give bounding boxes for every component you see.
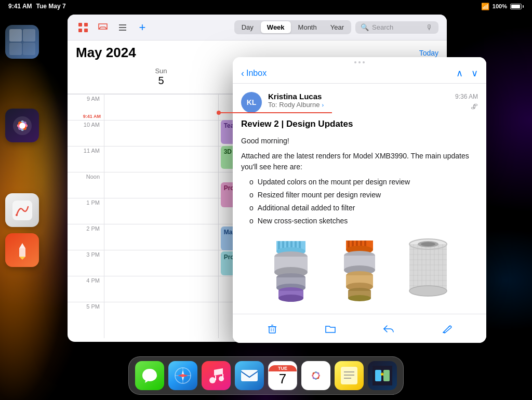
svg-rect-96 (241, 370, 258, 381)
sender-info: Kristina Lucas To: Rody Alburne › (268, 92, 449, 109)
calendar-day-sun: Sun 5 (104, 67, 218, 91)
time-5pm: 5 PM (68, 302, 104, 328)
dock-calendar[interactable]: TUE 7 (268, 361, 297, 390)
sidebar-app-files[interactable] (5, 25, 39, 59)
tab-day[interactable]: Day (235, 21, 260, 33)
mail-bottom-toolbar (233, 314, 486, 343)
mail-prev-button[interactable]: ∧ (456, 68, 463, 79)
mic-icon[interactable]: 🎙 (426, 23, 433, 32)
calendar-time-column: 9 AM 9:41 AM 10 AM 11 AM Noon 1 PM 2 PM … (68, 94, 104, 338)
status-date: Tue May 7 (36, 3, 66, 10)
tab-year[interactable]: Year (324, 21, 350, 33)
back-chevron-icon: ‹ (241, 68, 244, 79)
time-11am: 11 AM (68, 146, 104, 172)
mail-body: Good morning! Attached are the latest re… (241, 136, 478, 226)
time-9am: 9 AM (87, 96, 100, 102)
mail-to-field: To: Rody Alburne › (268, 101, 449, 109)
mail-timestamp: 9:36 AM (455, 93, 478, 100)
sender-name: Kristina Lucas (268, 92, 449, 101)
dock-arcade[interactable] (368, 361, 397, 390)
svg-point-56 (348, 295, 371, 301)
dock: TUE 7 (128, 356, 404, 395)
wifi-icon: 📶 (481, 3, 489, 10)
product-image-3 (397, 235, 459, 302)
dock-photos[interactable] (301, 361, 330, 390)
mail-folder-button[interactable] (319, 317, 342, 340)
tab-month[interactable]: Month (292, 21, 323, 33)
product-image-1 (260, 235, 322, 302)
sidebar-apps (0, 15, 55, 277)
calendar-col-sun (104, 94, 219, 338)
mail-intro: Attached are the latest renders for Mode… (241, 151, 478, 172)
calendar-add-icon[interactable]: + (135, 20, 150, 35)
product-image-2 (328, 235, 391, 302)
svg-point-106 (313, 373, 318, 378)
mail-inbox-label: Inbox (246, 69, 267, 78)
dock-calendar-day-num: 7 (279, 371, 286, 386)
mail-product-images (241, 235, 478, 302)
svg-rect-80 (269, 327, 275, 333)
mail-to-name: Rody Alburne (279, 101, 320, 109)
status-bar: 9:41 AM Tue May 7 📶 100% (0, 0, 532, 12)
svg-marker-91 (178, 374, 188, 377)
sidebar-app-pencil[interactable] (5, 233, 39, 267)
mail-greeting: Good morning! (241, 136, 478, 146)
svg-rect-16 (84, 23, 88, 26)
calendar-list-icon[interactable] (115, 20, 130, 35)
list-item-1: Updated colors on the mount per design r… (249, 177, 478, 188)
calendar-search-bar[interactable]: 🔍 Search 🎙 (355, 21, 438, 34)
battery-indicator (510, 4, 524, 9)
mail-compose-button[interactable] (435, 317, 458, 340)
status-bar-right: 📶 100% (481, 3, 524, 10)
svg-rect-17 (78, 29, 82, 32)
today-button[interactable]: Today (419, 49, 438, 57)
mail-list: Updated colors on the mount per design r… (249, 177, 478, 226)
battery-percent: 100% (493, 3, 507, 9)
svg-point-92 (209, 377, 216, 383)
status-time: 9:41 AM (8, 3, 32, 10)
dock-music[interactable] (202, 361, 231, 390)
mail-nav-bar: ‹ Inbox ∧ ∨ (233, 68, 486, 84)
mail-back-button[interactable]: ‹ Inbox (241, 68, 267, 79)
time-10am: 10 AM (68, 120, 104, 146)
dock-notes[interactable] (335, 361, 364, 390)
calendar-inbox-icon[interactable] (96, 20, 110, 35)
calendar-toolbar: + Day Week Month Year 🔍 Search 🎙 (68, 15, 447, 41)
mail-next-button[interactable]: ∨ (471, 68, 478, 79)
mail-drag-handle (233, 57, 486, 68)
dock-mail[interactable] (235, 361, 264, 390)
mail-content: KL Kristina Lucas To: Rody Alburne › 9:3… (233, 84, 486, 307)
svg-rect-18 (84, 29, 88, 32)
sidebar-app-freeform[interactable] (5, 193, 39, 227)
dock-messages[interactable] (135, 361, 164, 390)
search-placeholder: Search (372, 23, 393, 31)
sender-avatar: KL (241, 92, 262, 113)
status-bar-left: 9:41 AM Tue May 7 (8, 3, 66, 10)
time-2pm: 2 PM (68, 224, 104, 250)
svg-rect-113 (383, 370, 390, 381)
time-4pm: 4 PM (68, 276, 104, 302)
mail-window: ‹ Inbox ∧ ∨ KL Kristina Lucas To: Rody A… (233, 57, 486, 343)
dock-safari[interactable] (168, 361, 197, 390)
search-icon: 🔍 (361, 23, 369, 31)
to-chevron-icon: › (322, 102, 324, 108)
svg-point-11 (16, 214, 18, 216)
tab-week[interactable]: Week (261, 21, 291, 33)
svg-rect-15 (78, 23, 82, 26)
mail-trash-button[interactable] (261, 317, 284, 340)
dock-calendar-day-label: TUE (269, 365, 297, 371)
mail-reply-button[interactable] (377, 317, 400, 340)
svg-rect-10 (12, 201, 32, 220)
svg-rect-112 (375, 370, 381, 381)
time-noon: Noon (68, 172, 104, 198)
svg-marker-14 (19, 257, 25, 260)
list-item-2: Resized filter mount per design review (249, 190, 478, 201)
svg-rect-107 (341, 367, 357, 384)
svg-rect-58 (409, 244, 447, 291)
sidebar-app-photos[interactable] (5, 109, 39, 142)
attachment-icon: 🖇 (471, 102, 478, 111)
current-time-line (219, 112, 332, 113)
mail-sender-row: KL Kristina Lucas To: Rody Alburne › 9:3… (241, 92, 478, 113)
list-item-3: Additional detail added to filter (249, 203, 478, 214)
calendar-grid-icon[interactable] (76, 20, 90, 35)
